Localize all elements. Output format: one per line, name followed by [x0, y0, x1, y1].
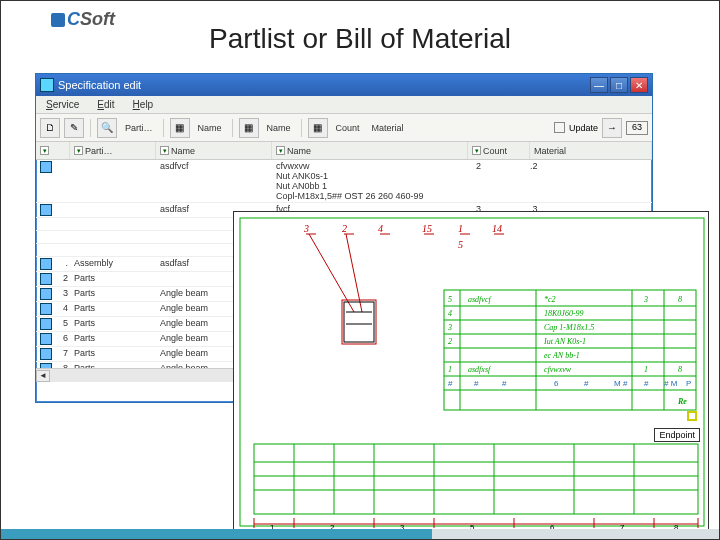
tool-count-label[interactable]: Count: [332, 123, 364, 133]
svg-text:1: 1: [448, 365, 452, 374]
doc-icon: [40, 333, 52, 345]
svg-text:Iut AN K0s-1: Iut AN K0s-1: [543, 337, 586, 346]
svg-text:2: 2: [342, 223, 347, 234]
tool-name2-label[interactable]: Name: [263, 123, 295, 133]
tool-edit-icon[interactable]: ✎: [64, 118, 84, 138]
doc-icon: [40, 348, 52, 360]
doc-icon: [40, 204, 52, 216]
number-input[interactable]: 63: [626, 121, 648, 135]
tool-filter1-icon[interactable]: ▦: [170, 118, 190, 138]
tool-arrow-icon[interactable]: →: [602, 118, 622, 138]
dropdown-icon[interactable]: ▾: [40, 146, 49, 155]
dropdown-icon[interactable]: ▾: [160, 146, 169, 155]
svg-text:15: 15: [422, 223, 432, 234]
tool-refresh-icon[interactable]: 🗋: [40, 118, 60, 138]
doc-icon: [40, 303, 52, 315]
tool-filter2-icon[interactable]: ▦: [239, 118, 259, 138]
col-name2[interactable]: ▾Name: [272, 142, 468, 159]
svg-text:*c2: *c2: [544, 295, 556, 304]
doc-icon: [40, 258, 52, 270]
svg-text:1: 1: [458, 223, 463, 234]
doc-icon: [40, 318, 52, 330]
doc-icon: [40, 288, 52, 300]
scroll-left-icon[interactable]: ◄: [36, 370, 50, 382]
svg-rect-17: [342, 300, 376, 344]
col-material[interactable]: Material: [530, 142, 652, 159]
svg-text:# M: # M: [664, 379, 678, 388]
svg-text:cfvwxvw: cfvwxvw: [544, 365, 572, 374]
svg-rect-16: [344, 302, 374, 342]
svg-text:8: 8: [678, 295, 682, 304]
dropdown-icon[interactable]: ▾: [276, 146, 285, 155]
svg-text:5: 5: [458, 239, 463, 250]
menu-bar: Service Edit Help: [36, 96, 652, 114]
svg-text:3: 3: [447, 323, 452, 332]
col-pos[interactable]: ▾: [36, 142, 70, 159]
table-row[interactable]: asdfvcf cfvwxvw Nut ANK0s-1 Nut AN0bb 1 …: [36, 160, 652, 203]
doc-icon: [40, 161, 52, 173]
svg-text:5: 5: [448, 295, 452, 304]
window-title-text: Specification edit: [58, 79, 141, 91]
svg-text:asdfxsf: asdfxsf: [468, 365, 492, 374]
svg-text:6: 6: [554, 379, 559, 388]
snap-tooltip: Endpoint: [654, 428, 700, 442]
svg-text:1: 1: [644, 365, 648, 374]
drawing-panel[interactable]: 3 2 4 15 1 14 5: [233, 211, 709, 531]
maximize-button[interactable]: □: [610, 77, 628, 93]
footer-stripe: [1, 529, 719, 539]
svg-text:asdfvcf: asdfvcf: [468, 295, 492, 304]
svg-text:#: #: [474, 379, 479, 388]
tool-count-icon[interactable]: ▦: [308, 118, 328, 138]
slide-title: Partlist or Bill of Material: [1, 23, 719, 55]
svg-text:3: 3: [643, 295, 648, 304]
svg-text:#: #: [502, 379, 507, 388]
tool-search-icon[interactable]: 🔍: [97, 118, 117, 138]
close-button[interactable]: ✕: [630, 77, 648, 93]
tool-parti-label[interactable]: Parti…: [121, 123, 157, 133]
svg-rect-59: [254, 444, 698, 514]
svg-text:ec AN bb-1: ec AN bb-1: [544, 351, 580, 360]
update-label[interactable]: Update: [569, 123, 598, 133]
svg-text:2: 2: [448, 337, 452, 346]
col-count[interactable]: ▾Count: [468, 142, 530, 159]
update-checkbox[interactable]: [554, 122, 565, 133]
svg-text:8: 8: [678, 365, 682, 374]
svg-text:14: 14: [492, 223, 502, 234]
svg-text:#: #: [584, 379, 589, 388]
menu-service[interactable]: Service: [42, 98, 83, 111]
dropdown-icon[interactable]: ▾: [74, 146, 83, 155]
dropdown-icon[interactable]: ▾: [472, 146, 481, 155]
menu-edit[interactable]: Edit: [93, 98, 118, 111]
svg-text:Re: Re: [677, 397, 687, 406]
menu-help[interactable]: Help: [129, 98, 158, 111]
svg-text:P: P: [686, 379, 691, 388]
svg-text:#: #: [644, 379, 649, 388]
app-icon: [40, 78, 54, 92]
svg-text:18K0J60-99: 18K0J60-99: [544, 309, 584, 318]
tool-material-label[interactable]: Material: [368, 123, 408, 133]
col-name[interactable]: ▾Name: [156, 142, 272, 159]
col-parti[interactable]: ▾Parti…: [70, 142, 156, 159]
svg-text:#: #: [448, 379, 453, 388]
svg-text:Cap 1-M18x1.5: Cap 1-M18x1.5: [544, 323, 594, 332]
svg-rect-86: [688, 412, 696, 420]
svg-text:M #: M #: [614, 379, 628, 388]
toolbar: 🗋 ✎ 🔍 Parti… ▦ Name ▦ Name ▦ Count Mater…: [36, 114, 652, 142]
svg-rect-20: [444, 290, 696, 410]
svg-text:3: 3: [303, 223, 309, 234]
svg-text:4: 4: [378, 223, 383, 234]
column-header-row: ▾ ▾Parti… ▾Name ▾Name ▾Count Material: [36, 142, 652, 160]
doc-icon: [40, 273, 52, 285]
window-titlebar[interactable]: Specification edit — □ ✕: [36, 74, 652, 96]
minimize-button[interactable]: —: [590, 77, 608, 93]
drawing-svg: 3 2 4 15 1 14 5: [234, 212, 710, 532]
svg-text:4: 4: [448, 309, 452, 318]
tool-name-label[interactable]: Name: [194, 123, 226, 133]
